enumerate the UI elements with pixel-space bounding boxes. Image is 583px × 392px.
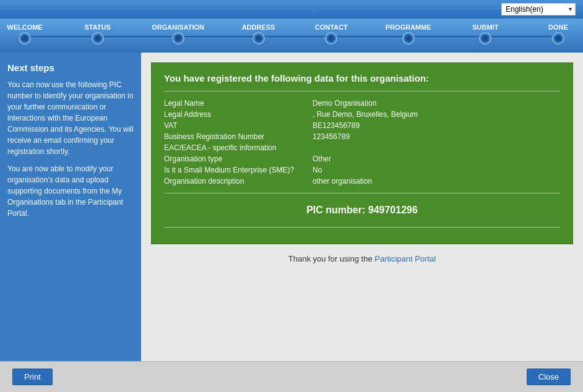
field-value-orgdesc: other organisation	[313, 176, 560, 187]
step-done: DONE	[540, 23, 577, 43]
reg-divider-bot	[164, 227, 560, 228]
step-dot-submit	[480, 33, 490, 43]
registration-box: You have registered the following data f…	[151, 62, 573, 244]
thank-you-message: Thank you for using the Participant Port…	[151, 254, 573, 263]
sidebar: Next steps You can now use the following…	[0, 53, 141, 361]
table-row: Legal Name Demo Organisation	[164, 98, 560, 109]
field-value-legaladdress: , Rue Demo, Bruxelles, Belgium	[313, 109, 560, 120]
field-label-brn: Business Registration Number	[164, 131, 313, 142]
step-submit: SUBMIT	[467, 23, 504, 43]
language-dropdown[interactable]: English(en)	[501, 3, 576, 15]
step-dot-address	[254, 33, 264, 43]
language-selector[interactable]: English(en)	[501, 3, 576, 15]
field-label-eac: EAC/EACEA - specific information	[164, 142, 560, 153]
step-programme: PROGRAMME	[386, 23, 431, 43]
reg-heading: You have registered the following data f…	[164, 73, 560, 83]
step-dot-contact	[326, 33, 336, 43]
step-dot-programme	[404, 33, 413, 43]
table-row: Organisation description other organisat…	[164, 176, 560, 187]
reg-divider-mid	[164, 193, 560, 194]
table-row: Legal Address , Rue Demo, Bruxelles, Bel…	[164, 109, 560, 120]
table-row: Organisation type Other	[164, 153, 560, 164]
field-label-legaladdress: Legal Address	[164, 109, 313, 120]
table-row: EAC/EACEA - specific information	[164, 142, 560, 153]
close-button[interactable]: Close	[527, 369, 571, 385]
step-welcome: WELCOME	[6, 23, 43, 43]
sidebar-heading: Next steps	[7, 62, 134, 73]
field-value-sme: No	[313, 164, 560, 176]
pic-number: PIC number: 949701296	[164, 200, 560, 221]
table-row: Business Registration Number 123456789	[164, 131, 560, 142]
step-address: ADDRESS	[240, 23, 277, 43]
stepper-nav: WELCOME STATUS ORGANISATION ADDRESS CONT…	[0, 19, 583, 53]
step-dot-welcome	[20, 33, 30, 43]
table-row: VAT BE123456789	[164, 120, 560, 131]
sidebar-para1: You can now use the following PIC number…	[7, 79, 134, 157]
field-label-legalname: Legal Name	[164, 98, 313, 109]
reg-divider-top	[164, 91, 560, 92]
field-label-orgdesc: Organisation description	[164, 176, 313, 187]
step-status: STATUS	[79, 23, 116, 43]
step-organisation: ORGANISATION	[152, 23, 204, 43]
sidebar-para2: You are now able to modify your organisa…	[7, 163, 134, 219]
participant-portal-link[interactable]: Participant Portal	[374, 254, 436, 263]
step-dot-status	[93, 33, 103, 43]
field-label-sme: Is it a Small Medium Enterprise (SME)?	[164, 164, 313, 176]
footer: Print Close	[0, 361, 583, 392]
main-container: Next steps You can now use the following…	[0, 53, 583, 361]
content-area: You have registered the following data f…	[141, 53, 583, 361]
step-dot-done	[553, 33, 563, 43]
field-value-legalname: Demo Organisation	[313, 98, 560, 109]
field-label-orgtype: Organisation type	[164, 153, 313, 164]
field-value-orgtype: Other	[313, 153, 560, 164]
footer-right: Close	[527, 369, 571, 385]
reg-table: Legal Name Demo Organisation Legal Addre…	[164, 98, 560, 187]
step-dot-organisation	[173, 33, 183, 43]
step-contact: CONTACT	[313, 23, 350, 43]
top-bar: English(en)	[0, 0, 583, 19]
field-value-brn: 123456789	[313, 131, 560, 142]
footer-left: Print	[12, 369, 53, 385]
field-label-vat: VAT	[164, 120, 313, 131]
field-value-vat: BE123456789	[313, 120, 560, 131]
table-row: Is it a Small Medium Enterprise (SME)? N…	[164, 164, 560, 176]
print-button[interactable]: Print	[12, 369, 53, 385]
